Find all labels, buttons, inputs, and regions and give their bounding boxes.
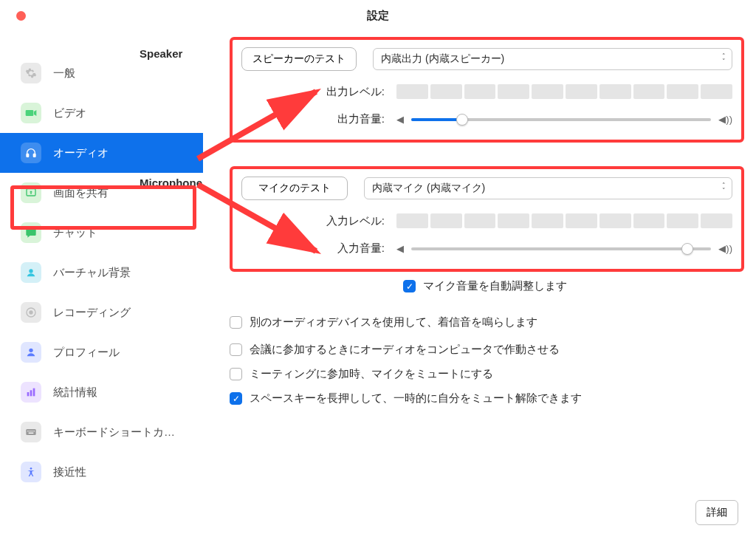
microphone-heading: Microphone bbox=[140, 177, 202, 189]
window-title: 設定 bbox=[367, 9, 389, 23]
space-unmute-label: スペースキーを長押しして、一時的に自分をミュート解除できます bbox=[250, 391, 582, 405]
svg-rect-0 bbox=[27, 154, 29, 157]
output-level-meter bbox=[396, 84, 732, 99]
profile-icon bbox=[21, 342, 41, 363]
separate-ringtone-row[interactable]: 別のオーディオデバイスを使用して、着信音を鳴らします bbox=[230, 315, 744, 329]
svg-rect-1 bbox=[33, 154, 35, 157]
test-speaker-button[interactable]: スピーカーのテスト bbox=[241, 47, 357, 71]
speaker-device-dropdown[interactable]: 内蔵出力 (内蔵スピーカー) ˄˅ bbox=[373, 48, 732, 70]
checkbox-separate-ringtone[interactable] bbox=[230, 316, 242, 329]
sidebar-item-accessibility[interactable]: 接近性 bbox=[0, 452, 203, 492]
sidebar-label: キーボードショートカ… bbox=[53, 425, 175, 439]
svg-point-3 bbox=[29, 269, 32, 273]
svg-rect-8 bbox=[30, 390, 32, 396]
sidebar-label: プロフィール bbox=[53, 346, 120, 360]
input-volume-slider[interactable] bbox=[411, 247, 711, 250]
chevron-updown-icon: ˄˅ bbox=[722, 183, 726, 194]
sidebar-label: ビデオ bbox=[53, 106, 86, 120]
test-mic-button[interactable]: マイクのテスト bbox=[241, 177, 348, 200]
volume-low-icon: ◀ bbox=[396, 114, 404, 125]
join-audio-row[interactable]: 会議に参加するときにオーディオをコンピュータで作動させる bbox=[230, 343, 744, 357]
sidebar-label: レコーディング bbox=[53, 306, 131, 320]
svg-rect-7 bbox=[27, 392, 30, 396]
chevron-updown-icon: ˄˅ bbox=[722, 54, 726, 64]
speaker-heading: Speaker bbox=[140, 47, 182, 60]
mute-on-join-label: ミーティングに参加時、マイクをミュートにする bbox=[250, 367, 493, 381]
svg-rect-13 bbox=[32, 431, 32, 431]
video-icon bbox=[21, 103, 41, 123]
svg-rect-15 bbox=[29, 433, 34, 434]
svg-rect-10 bbox=[26, 429, 35, 435]
separate-ringtone-label: 別のオーディオデバイスを使用して、着信音を鳴らします bbox=[250, 315, 537, 329]
keyboard-icon bbox=[21, 422, 41, 442]
sidebar-item-statistics[interactable]: 統計情報 bbox=[0, 372, 203, 412]
mic-device-value: 内蔵マイク (内蔵マイク) bbox=[372, 182, 485, 194]
svg-rect-11 bbox=[27, 431, 28, 431]
sidebar-label: 一般 bbox=[53, 66, 75, 81]
settings-sidebar: 一般 ビデオ オーディオ 画面を共有 チャット bbox=[0, 31, 203, 534]
sidebar-label: 接近性 bbox=[53, 465, 86, 479]
sidebar-item-video[interactable]: ビデオ bbox=[0, 93, 203, 133]
gear-icon bbox=[21, 63, 41, 83]
sidebar-item-virtual-background[interactable]: バーチャル背景 bbox=[0, 253, 203, 292]
svg-point-16 bbox=[30, 468, 32, 470]
speaker-device-value: 内蔵出力 (内蔵スピーカー) bbox=[381, 52, 504, 64]
output-volume-slider[interactable] bbox=[411, 118, 711, 121]
mic-device-dropdown[interactable]: 内蔵マイク (内蔵マイク) ˄˅ bbox=[364, 177, 732, 199]
share-screen-icon bbox=[21, 182, 41, 203]
output-level-label: 出力レベル: bbox=[241, 85, 396, 99]
sidebar-label: バーチャル背景 bbox=[53, 266, 131, 280]
tutorial-highlight-microphone: Microphone マイクのテスト 内蔵マイク (内蔵マイク) ˄˅ 入力レベ… bbox=[230, 166, 744, 272]
accessibility-icon bbox=[21, 462, 41, 482]
volume-high-icon: ◀)) bbox=[718, 114, 732, 125]
svg-rect-9 bbox=[33, 388, 35, 397]
sidebar-label: オーディオ bbox=[53, 146, 109, 160]
chat-icon bbox=[21, 222, 41, 243]
record-icon bbox=[21, 302, 41, 323]
sidebar-item-keyboard-shortcuts[interactable]: キーボードショートカ… bbox=[0, 412, 203, 452]
svg-rect-12 bbox=[30, 431, 30, 431]
svg-rect-14 bbox=[33, 431, 34, 431]
headphones-icon bbox=[21, 143, 41, 163]
input-level-label: 入力レベル: bbox=[241, 214, 396, 228]
space-unmute-row[interactable]: ✓ スペースキーを長押しして、一時的に自分をミュート解除できます bbox=[230, 391, 744, 405]
advanced-button[interactable]: 詳細 bbox=[695, 500, 738, 525]
output-volume-label: 出力音量: bbox=[241, 112, 396, 126]
checkbox-auto-adjust[interactable]: ✓ bbox=[403, 280, 416, 292]
sidebar-label: 画面を共有 bbox=[53, 186, 109, 200]
tutorial-highlight-speaker: Speaker スピーカーのテスト 内蔵出力 (内蔵スピーカー) ˄˅ 出力レベ… bbox=[230, 37, 744, 143]
volume-high-icon: ◀)) bbox=[718, 243, 732, 254]
sidebar-item-profile[interactable]: プロフィール bbox=[0, 332, 203, 372]
checkbox-join-audio[interactable] bbox=[230, 343, 242, 356]
input-level-meter bbox=[396, 213, 732, 228]
join-audio-label: 会議に参加するときにオーディオをコンピュータで作動させる bbox=[250, 343, 560, 357]
checkbox-space-unmute[interactable]: ✓ bbox=[230, 392, 242, 405]
input-volume-label: 入力音量: bbox=[241, 242, 396, 256]
mute-on-join-row[interactable]: ミーティングに参加時、マイクをミュートにする bbox=[230, 367, 744, 381]
svg-point-5 bbox=[29, 310, 32, 314]
sidebar-item-recording[interactable]: レコーディング bbox=[0, 292, 203, 332]
stats-icon bbox=[21, 382, 41, 403]
checkbox-mute-on-join[interactable] bbox=[230, 368, 242, 380]
close-button[interactable] bbox=[16, 11, 26, 21]
sidebar-item-chat[interactable]: チャット bbox=[0, 213, 203, 253]
sidebar-label: チャット bbox=[53, 226, 97, 240]
auto-adjust-mic-row[interactable]: ✓ マイク音量を自動調整します bbox=[403, 279, 744, 293]
sidebar-label: 統計情報 bbox=[53, 386, 97, 400]
virtual-bg-icon bbox=[21, 262, 41, 283]
svg-point-6 bbox=[29, 349, 32, 352]
sidebar-item-audio[interactable]: オーディオ bbox=[0, 133, 203, 173]
auto-adjust-label: マイク音量を自動調整します bbox=[423, 279, 567, 293]
volume-low-icon: ◀ bbox=[396, 243, 404, 254]
